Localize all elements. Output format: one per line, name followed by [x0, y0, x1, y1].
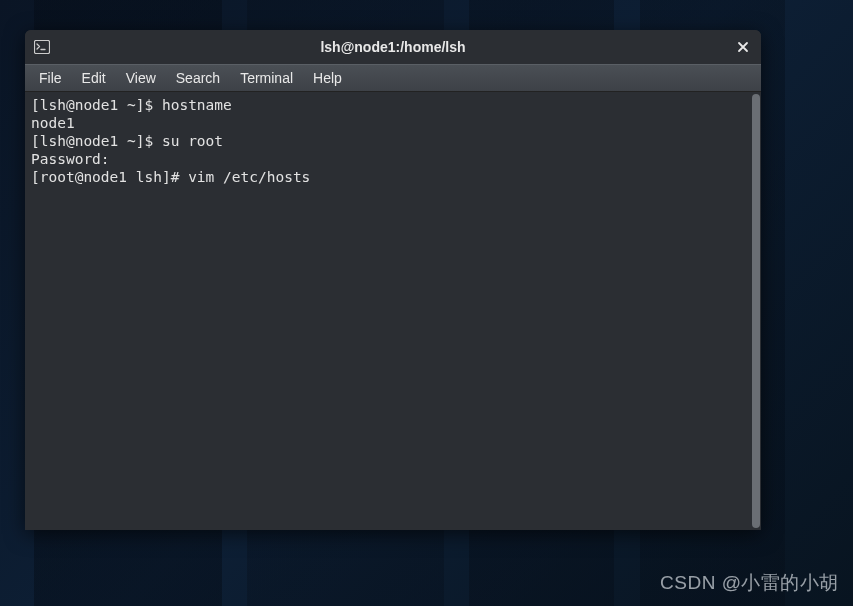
- terminal-icon: [33, 38, 51, 56]
- close-button[interactable]: [733, 37, 753, 57]
- svg-rect-0: [35, 41, 50, 54]
- close-icon: [737, 41, 749, 53]
- menubar: File Edit View Search Terminal Help: [25, 64, 761, 92]
- menu-edit[interactable]: Edit: [72, 67, 116, 89]
- window-title: lsh@node1:/home/lsh: [320, 39, 465, 55]
- menu-view[interactable]: View: [116, 67, 166, 89]
- menu-help[interactable]: Help: [303, 67, 352, 89]
- titlebar[interactable]: lsh@node1:/home/lsh: [25, 30, 761, 64]
- terminal-content[interactable]: [lsh@node1 ~]$ hostname node1 [lsh@node1…: [25, 92, 751, 530]
- scrollbar[interactable]: [751, 92, 761, 530]
- menu-terminal[interactable]: Terminal: [230, 67, 303, 89]
- terminal-area[interactable]: [lsh@node1 ~]$ hostname node1 [lsh@node1…: [25, 92, 761, 530]
- menu-file[interactable]: File: [29, 67, 72, 89]
- menu-search[interactable]: Search: [166, 67, 230, 89]
- terminal-window: lsh@node1:/home/lsh File Edit View Searc…: [25, 30, 761, 530]
- scrollbar-thumb[interactable]: [752, 94, 760, 528]
